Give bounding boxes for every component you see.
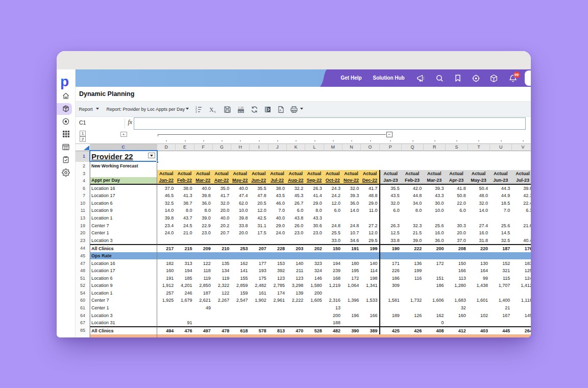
svg-text:3: 3: [195, 111, 197, 113]
svg-text:A: A: [279, 109, 281, 112]
svg-text:s: s: [214, 109, 215, 113]
svg-text:X: X: [209, 106, 214, 113]
svg-text:1.23: 1.23: [238, 106, 243, 109]
svg-text:p: p: [60, 75, 69, 89]
